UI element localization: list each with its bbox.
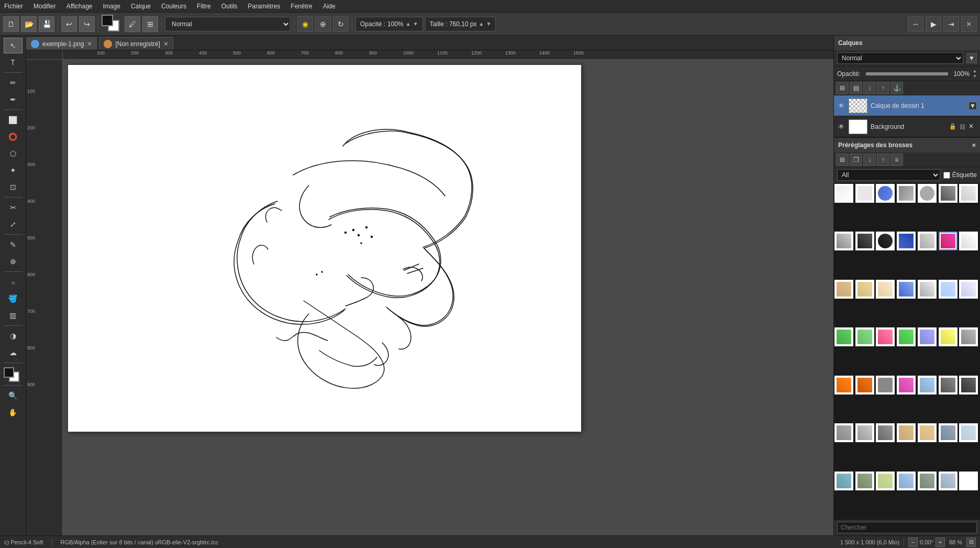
new-button[interactable]: 🗋: [3, 16, 19, 32]
brush-item-5[interactable]: [918, 184, 937, 203]
opacity-up[interactable]: ▲: [406, 21, 411, 27]
brush-item-20[interactable]: [939, 280, 957, 299]
tool-select[interactable]: ↖: [4, 38, 23, 53]
layers-mode-arrow[interactable]: ▼: [966, 53, 977, 63]
tool-text[interactable]: T: [4, 54, 23, 70]
brushes-filter-select[interactable]: All: [837, 169, 940, 181]
brush-item-27[interactable]: [939, 327, 957, 346]
brush-item-8[interactable]: [834, 232, 853, 250]
layer-eye-background[interactable]: 👁: [837, 123, 845, 131]
menu-couleurs[interactable]: Couleurs: [159, 2, 188, 11]
menu-parametres[interactable]: Paramètres: [246, 2, 282, 11]
brush-item-42[interactable]: [959, 423, 978, 442]
brush-duplicate-btn[interactable]: ❐: [850, 154, 862, 166]
canvas-white[interactable]: [68, 65, 581, 432]
grid-button[interactable]: ⊞: [142, 16, 158, 32]
brush-item-22[interactable]: [834, 327, 853, 346]
layer-item-dessin[interactable]: 👁 Calque de dessin 1 ▼: [834, 95, 980, 116]
tool-clone[interactable]: ✎: [4, 237, 23, 253]
menu-fenetre[interactable]: Fenêtre: [288, 2, 314, 11]
tool-smudge[interactable]: ☁: [4, 345, 23, 360]
menu-filtre[interactable]: Filtre: [195, 2, 213, 11]
brush-item-6[interactable]: [939, 184, 957, 203]
menu-affichage[interactable]: Affichage: [64, 2, 95, 11]
menu-calque[interactable]: Calque: [129, 2, 153, 11]
tool-transform[interactable]: ⤢: [4, 216, 23, 232]
menu-aide[interactable]: Aide: [321, 2, 338, 11]
blend-mode-select[interactable]: Normal: [165, 17, 291, 31]
layers-mode-select[interactable]: Normal: [837, 52, 963, 64]
play-btn[interactable]: ▶: [926, 16, 941, 32]
symmetry-btn[interactable]: ⊕: [315, 16, 331, 32]
tool-pencil[interactable]: ✒: [4, 92, 23, 107]
tab-close-nonenregistre[interactable]: ✕: [163, 40, 169, 48]
layer-duplicate-btn[interactable]: ↓: [863, 82, 876, 94]
brush-item-44[interactable]: [855, 472, 874, 490]
brush-item-3[interactable]: [876, 184, 895, 203]
opacity-arrow-down[interactable]: ▼: [973, 74, 977, 79]
tab-nonenregistre[interactable]: [Non enregistré] ✕: [99, 37, 173, 50]
layer-group-btn[interactable]: ▤: [850, 82, 862, 94]
brush-item-48[interactable]: [939, 472, 957, 490]
tab-exemple[interactable]: exemple-1.png ✕: [26, 37, 97, 50]
tool-gradient[interactable]: ▥: [4, 308, 23, 323]
brush-item-43[interactable]: [834, 472, 853, 490]
wrap-btn[interactable]: ↻: [333, 16, 349, 32]
layer-options-dessin[interactable]: ▼: [968, 102, 977, 110]
tool-rect-select[interactable]: ⬜: [4, 112, 23, 128]
flip-h-btn[interactable]: ↔: [908, 16, 923, 32]
tool-free-select[interactable]: ⬠: [4, 146, 23, 161]
brushes-etiquette-checkbox[interactable]: [943, 172, 950, 179]
brush-item-10[interactable]: [876, 232, 895, 250]
menu-outils[interactable]: Outils: [219, 2, 240, 11]
redo-button[interactable]: ↪: [79, 16, 95, 32]
brush-item-24[interactable]: [876, 327, 895, 346]
layer-anchor-btn[interactable]: ⚓: [890, 82, 903, 94]
brush-item-9[interactable]: [855, 232, 874, 250]
zoom-slider-btn[interactable]: ⊟: [966, 538, 976, 547]
brush-item-47[interactable]: [918, 472, 937, 490]
tool-fill[interactable]: 🪣: [4, 291, 23, 306]
brush-move-up-btn[interactable]: ↑: [877, 154, 889, 166]
tool-hand[interactable]: ✋: [4, 404, 23, 420]
save-button[interactable]: 💾: [39, 16, 54, 32]
tool-heal[interactable]: ⊕: [4, 254, 23, 269]
brush-move-down-btn[interactable]: ↓: [863, 154, 876, 166]
brush-item-15[interactable]: [834, 280, 853, 299]
brush-item-36[interactable]: [834, 423, 853, 442]
close-window-btn[interactable]: ✕: [961, 16, 977, 32]
brushes-collapse-btn[interactable]: ✕: [972, 143, 976, 148]
brushes-search-input[interactable]: [837, 522, 977, 533]
brush-item-23[interactable]: [855, 327, 874, 346]
brush-item-32[interactable]: [897, 376, 916, 394]
layer-eye-dessin[interactable]: 👁: [837, 102, 845, 110]
brush-item-17[interactable]: [876, 280, 895, 299]
brush-item-29[interactable]: [834, 376, 853, 394]
brushes-etiquette-toggle[interactable]: Étiquette: [943, 171, 977, 179]
foreground-color[interactable]: [102, 15, 113, 26]
brush-settings-button[interactable]: 🖊: [125, 16, 140, 32]
brush-item-45[interactable]: [876, 472, 895, 490]
tool-fuzzy-select[interactable]: ✦: [4, 162, 23, 178]
brush-item-14[interactable]: [959, 232, 978, 250]
tab-close-exemple[interactable]: ✕: [87, 40, 92, 48]
color-picker-btn[interactable]: ◉: [297, 16, 313, 32]
size-up[interactable]: ▲: [479, 21, 484, 27]
layer-new-btn[interactable]: ⊞: [836, 82, 849, 94]
undo-button[interactable]: ↩: [61, 16, 77, 32]
open-button[interactable]: 📂: [21, 16, 37, 32]
brush-item-34[interactable]: [939, 376, 957, 394]
brush-item-35[interactable]: [959, 376, 978, 394]
brush-item-30[interactable]: [855, 376, 874, 394]
brush-item-2[interactable]: [855, 184, 874, 203]
brush-item-46[interactable]: [897, 472, 916, 490]
tool-crop[interactable]: ✂: [4, 200, 23, 215]
zoom-plus-btn[interactable]: +: [936, 538, 945, 547]
brush-item-26[interactable]: [918, 327, 937, 346]
opacity-down[interactable]: ▼: [413, 21, 418, 27]
brush-item-19[interactable]: [918, 280, 937, 299]
canvas-scroll[interactable]: 100 200 300 400 500 600 700 800 900 1000…: [26, 50, 833, 535]
brush-item-49[interactable]: [959, 472, 978, 490]
brush-item-38[interactable]: [876, 423, 895, 442]
brush-item-41[interactable]: [939, 423, 957, 442]
